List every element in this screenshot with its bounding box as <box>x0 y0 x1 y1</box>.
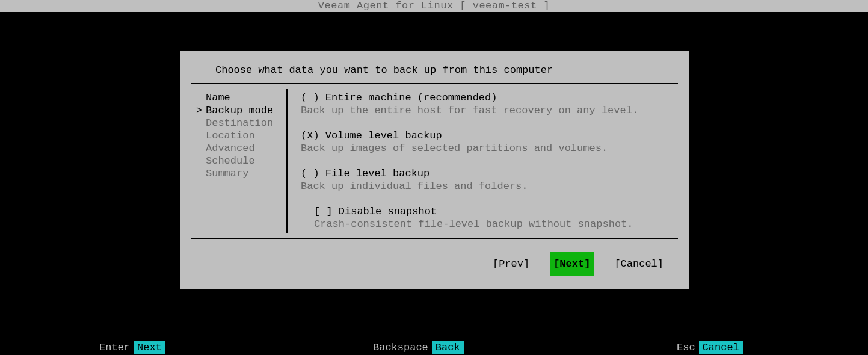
nav-step-location[interactable]: Location <box>196 129 282 142</box>
key-action[interactable]: Cancel <box>699 341 743 354</box>
dialog-body: Name >Backup mode Destination Location A… <box>191 84 678 239</box>
option-desc: Back up images of selected partitions an… <box>301 142 672 155</box>
backup-wizard-dialog: Choose what data you want to back up fro… <box>180 51 689 289</box>
nav-step-backup-mode[interactable]: >Backup mode <box>196 104 282 117</box>
option-label: File level backup <box>325 168 429 179</box>
key-action[interactable]: Next <box>134 341 165 354</box>
option-label: Entire machine (recommended) <box>325 92 497 103</box>
option-label: Volume level backup <box>325 130 442 141</box>
option-label: Disable snapshot <box>339 206 437 217</box>
hint-enter-next: Enter Next <box>99 341 165 354</box>
key-label: Enter <box>99 342 130 353</box>
checkbox-icon: [ ] <box>314 206 333 217</box>
option-volume-level[interactable]: (X) Volume level backup Back up images o… <box>301 129 672 155</box>
nav-step-name[interactable]: Name <box>196 91 282 104</box>
footer-key-hints: Enter Next Backspace Back Esc Cancel <box>0 341 868 354</box>
nav-step-advanced[interactable]: Advanced <box>196 142 282 155</box>
option-desc: Back up individual files and folders. <box>301 180 672 193</box>
hint-backspace-back: Backspace Back <box>373 341 464 354</box>
key-label: Backspace <box>373 342 428 353</box>
prev-button[interactable]: [Prev] <box>489 252 533 276</box>
dialog-buttons: [Prev] [Next] [Cancel] <box>180 239 689 280</box>
key-action[interactable]: Back <box>432 341 464 354</box>
key-label: Esc <box>677 342 695 353</box>
option-desc: Back up the entire host for fast recover… <box>301 104 672 117</box>
dialog-heading: Choose what data you want to back up fro… <box>191 62 678 84</box>
titlebar: Veeam Agent for Linux [ veeam-test ] <box>0 0 868 12</box>
hint-esc-cancel: Esc Cancel <box>677 341 743 354</box>
cancel-button[interactable]: [Cancel] <box>611 252 667 276</box>
wizard-steps-nav: Name >Backup mode Destination Location A… <box>191 89 288 233</box>
nav-step-destination[interactable]: Destination <box>196 117 282 129</box>
nav-step-summary[interactable]: Summary <box>196 167 282 180</box>
next-button[interactable]: [Next] <box>550 252 594 276</box>
radio-icon: (X) <box>301 130 319 141</box>
option-desc: Crash-consistent file-level backup witho… <box>314 218 672 230</box>
option-disable-snapshot[interactable]: [ ] Disable snapshot Crash-consistent fi… <box>301 205 672 230</box>
backup-mode-options: ( ) Entire machine (recommended) Back up… <box>288 89 678 233</box>
nav-step-schedule[interactable]: Schedule <box>196 155 282 167</box>
option-entire-machine[interactable]: ( ) Entire machine (recommended) Back up… <box>301 91 672 117</box>
radio-icon: ( ) <box>301 92 319 103</box>
option-file-level[interactable]: ( ) File level backup Back up individual… <box>301 167 672 193</box>
radio-icon: ( ) <box>301 168 319 179</box>
